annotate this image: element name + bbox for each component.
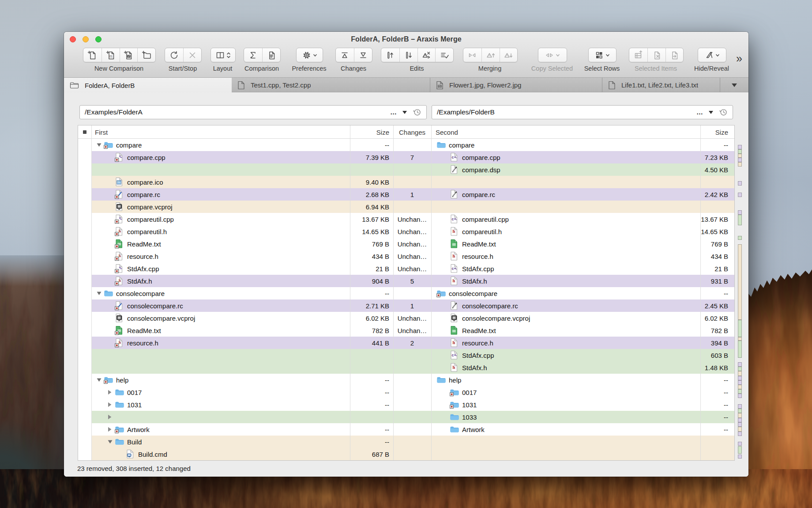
file-row-resource-h[interactable]: hresource.h394 B <box>431 337 734 349</box>
caret-down-icon[interactable] <box>709 111 713 114</box>
tab-test1-cpp-test2-cpp[interactable]: Test1.cpp, Test2.cpp <box>232 78 430 92</box>
hide-reveal-button[interactable] <box>698 48 726 62</box>
file-row-1033[interactable]: 1033-- <box>431 411 734 423</box>
change-prev-button[interactable] <box>336 48 354 62</box>
file-row-consolecompare[interactable]: consolecompare-- <box>91 287 431 299</box>
history-clock-icon[interactable] <box>718 107 728 117</box>
change-next-button[interactable] <box>354 48 372 62</box>
path-value-left[interactable]: /Examples/FolderA <box>80 108 390 116</box>
edit-remove-button[interactable] <box>417 48 436 62</box>
file-row-compare-vcproj[interactable]: compare.vcproj6.94 KB <box>91 201 431 213</box>
file-row-compareutil-cpp[interactable]: compareutil.cpp13.67 KBUnchan… <box>91 213 431 225</box>
tab-life1-txt-life2-txt-life3-txt[interactable]: Life1.txt, Life2.txt, Life3.txt <box>602 78 720 92</box>
file-row-help[interactable]: help-- <box>431 374 734 386</box>
file-row-compare[interactable]: compare-- <box>431 139 734 151</box>
column-header-size-right[interactable]: Size <box>700 125 728 139</box>
layout-panes-button[interactable] <box>211 48 235 62</box>
empty-row[interactable] <box>91 163 431 176</box>
close-x-button[interactable] <box>183 48 201 62</box>
doc-binary-button[interactable]: 01 <box>102 48 120 62</box>
file-row-stdafx-cpp[interactable]: cStdAfx.cpp603 B <box>431 349 734 361</box>
file-row-resource-h[interactable]: hresource.h434 B <box>431 250 734 262</box>
file-row-compare-rc[interactable]: compare.rc2.68 KB1 <box>91 188 431 201</box>
file-row-consolecompare-rc[interactable]: consolecompare.rc2.45 KB <box>431 299 734 312</box>
disclosure-open-icon[interactable] <box>97 143 102 147</box>
file-row-consolecompare-rc[interactable]: consolecompare.rc2.71 KB1 <box>91 299 431 312</box>
file-row-stdafx-h[interactable]: hStdAfx.h904 B5 <box>91 275 431 287</box>
doc-image-button[interactable] <box>120 48 138 62</box>
file-row-stdafx-h[interactable]: hStdAfx.h1.48 KB <box>431 361 734 374</box>
file-row-compare-rc[interactable]: compare.rc2.42 KB <box>431 188 734 201</box>
warn-up-button[interactable] <box>481 48 500 62</box>
overview-strip[interactable] <box>738 125 751 461</box>
file-row-1031[interactable]: 1031-- <box>431 398 734 411</box>
file-row-readme-txt[interactable]: ReadMe.txt769 B <box>431 238 734 250</box>
file-row-resource-h[interactable]: hresource.h441 B2 <box>91 337 431 349</box>
column-header-size-left[interactable]: Size <box>350 125 389 139</box>
file-row-compare[interactable]: compare-- <box>91 139 431 151</box>
file-row-stdafx-cpp[interactable]: StdAfx.cpp21 BUnchan… <box>91 262 431 275</box>
disclosure-open-icon[interactable] <box>97 291 102 296</box>
edit-up-button[interactable] <box>381 48 399 62</box>
restart-button[interactable] <box>165 48 183 62</box>
file-row-resource-h[interactable]: hresource.h434 BUnchan… <box>91 250 431 262</box>
file-row-1031[interactable]: 1031-- <box>91 398 431 411</box>
header-gutter-icon[interactable] <box>83 130 86 134</box>
merge-arrows-button[interactable] <box>463 48 481 62</box>
file-row-build-cmd[interactable]: Build.cmd687 B <box>91 448 431 460</box>
file-row-0017[interactable]: 0017-- <box>431 386 734 398</box>
edit-down-button[interactable] <box>399 48 417 62</box>
file-row-build[interactable]: Build-- <box>91 436 431 448</box>
empty-row[interactable] <box>431 176 734 188</box>
empty-row[interactable] <box>431 201 734 213</box>
file-row-compareutil-cpp[interactable]: ccompareutil.cpp13.67 KB <box>431 213 734 225</box>
file-row-compare-cpp[interactable]: compare.cpp7.39 KB7 <box>91 151 431 163</box>
file-row-help[interactable]: help-- <box>91 374 431 386</box>
path-menu-ellipsis-icon[interactable]: … <box>390 110 397 114</box>
tab-list-button[interactable] <box>720 78 748 92</box>
disclosure-open-icon[interactable] <box>108 440 113 444</box>
column-header-first[interactable]: First <box>95 125 108 139</box>
tab-foldera-folderb[interactable]: FolderA, FolderB <box>64 78 232 93</box>
file-row-readme-txt[interactable]: ReadMe.txt769 BUnchan… <box>91 238 431 250</box>
disclosure-closed-icon[interactable] <box>108 402 112 407</box>
file-row-compare-ico[interactable]: compare.ico9.40 KB <box>91 176 431 188</box>
file-row-readme-txt[interactable]: ReadMe.txt782 BUnchan… <box>91 324 431 337</box>
disclosure-open-icon[interactable] <box>97 378 102 382</box>
file-row-0017[interactable]: 0017-- <box>91 386 431 398</box>
path-field-left[interactable]: /Examples/FolderA … <box>79 105 427 119</box>
file-row-consolecompare[interactable]: consolecompare-- <box>431 287 734 299</box>
sigma-button[interactable] <box>244 48 262 62</box>
file-row-compareutil-h[interactable]: hcompareutil.h14.65 KB <box>431 225 734 238</box>
toolbar-overflow-button[interactable]: » <box>736 52 742 65</box>
column-header-changes[interactable]: Changes <box>393 125 431 139</box>
item-delete-button[interactable] <box>647 48 665 62</box>
caret-down-icon[interactable] <box>402 111 407 114</box>
item-copy-button[interactable] <box>665 48 684 62</box>
select-grid-button[interactable] <box>589 48 616 62</box>
file-row-stdafx-h[interactable]: hStdAfx.h931 B <box>431 275 734 287</box>
file-row-artwork[interactable]: Artwork-- <box>431 423 734 436</box>
edit-accept-button[interactable] <box>435 48 453 62</box>
path-menu-ellipsis-icon[interactable]: … <box>696 110 703 114</box>
file-row-artwork[interactable]: Artwork-- <box>91 423 431 436</box>
empty-row[interactable] <box>431 436 734 448</box>
history-clock-icon[interactable] <box>412 107 422 117</box>
empty-row[interactable] <box>431 448 734 460</box>
item-insert-button[interactable] <box>629 48 647 62</box>
file-row-stdafx-cpp[interactable]: cStdAfx.cpp21 B <box>431 262 734 275</box>
tab-flower1-jpg-flower2-jpg[interactable]: Flower1.jpg, Flower2.jpg <box>430 78 602 92</box>
disclosure-closed-icon[interactable] <box>108 390 112 395</box>
titlebar[interactable]: FolderA, FolderB – Araxis Merge 01New Co… <box>64 32 748 78</box>
copy-arrows-button[interactable] <box>538 48 567 62</box>
disclosure-closed-icon[interactable] <box>108 414 112 420</box>
gear-button[interactable] <box>297 48 323 62</box>
path-value-right[interactable]: /Examples/FolderB <box>432 108 696 116</box>
file-row-readme-txt[interactable]: ReadMe.txt782 B <box>431 324 734 337</box>
doc-plus-button[interactable] <box>83 48 102 62</box>
empty-row[interactable] <box>91 411 431 423</box>
file-row-compareutil-h[interactable]: hcompareutil.h14.65 KBUnchan… <box>91 225 431 238</box>
disclosure-closed-icon[interactable] <box>108 427 112 432</box>
column-header-second[interactable]: Second <box>436 125 458 139</box>
path-field-right[interactable]: /Examples/FolderB … <box>432 105 733 119</box>
